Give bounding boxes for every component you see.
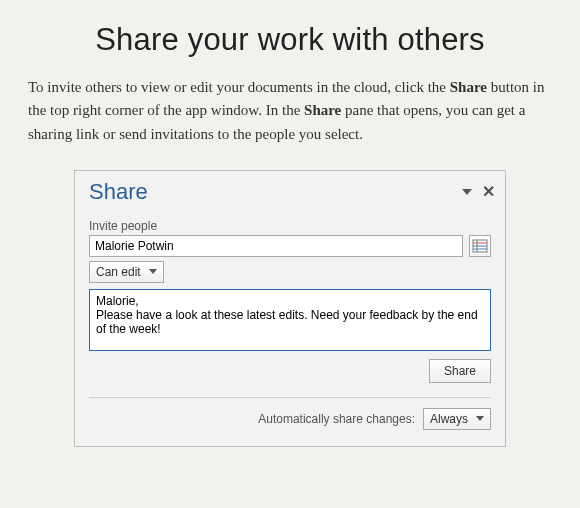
share-button[interactable]: Share (429, 359, 491, 383)
auto-share-dropdown[interactable]: Always (423, 408, 491, 430)
chevron-down-icon (149, 269, 157, 274)
message-textarea[interactable]: Malorie, Please have a look at these lat… (89, 289, 491, 351)
intro-paragraph: To invite others to view or edit your do… (28, 76, 552, 146)
close-icon[interactable]: ✕ (482, 184, 495, 200)
permission-dropdown[interactable]: Can edit (89, 261, 164, 283)
invite-people-label: Invite people (89, 219, 491, 233)
para-prefix: To invite others to view or edit your do… (28, 79, 450, 95)
chevron-down-icon (476, 416, 484, 421)
para-bold-share-1: Share (450, 79, 487, 95)
pane-menu-icon[interactable] (462, 189, 472, 195)
share-pane: Share ✕ Invite people Can edit (74, 170, 506, 447)
auto-share-label: Automatically share changes: (258, 412, 415, 426)
para-bold-share-2: Share (304, 102, 341, 118)
share-pane-header: Share ✕ (75, 171, 505, 211)
share-pane-title: Share (89, 179, 462, 205)
invite-name-input[interactable] (89, 235, 463, 257)
page-heading: Share your work with others (0, 22, 580, 58)
permission-value: Can edit (96, 265, 141, 279)
auto-share-value: Always (430, 412, 468, 426)
address-book-icon[interactable] (469, 235, 491, 257)
divider (89, 397, 491, 398)
